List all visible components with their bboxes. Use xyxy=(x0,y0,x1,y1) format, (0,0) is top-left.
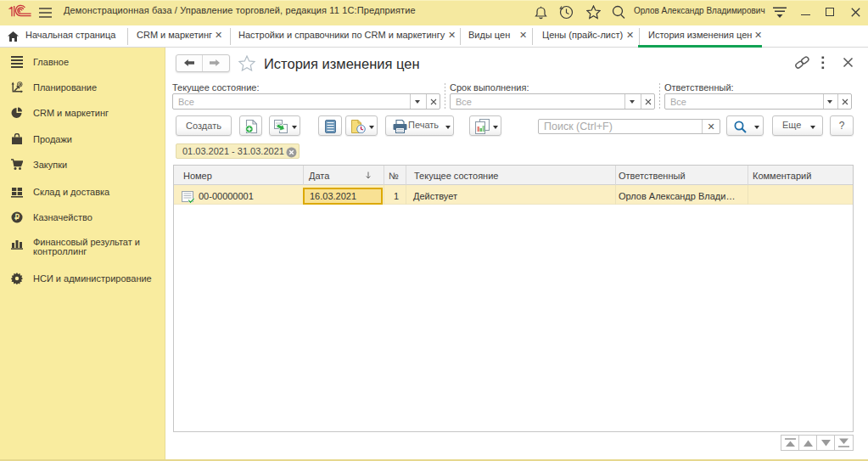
svg-text:₽: ₽ xyxy=(14,213,20,222)
